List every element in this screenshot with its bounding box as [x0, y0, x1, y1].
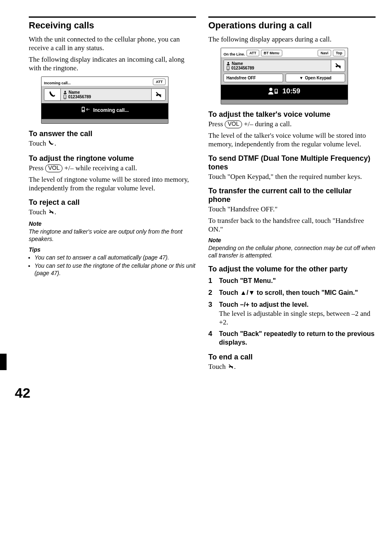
caller-number: 0123456789	[231, 66, 254, 70]
page-content: Receiving calls With the unit connected …	[0, 0, 392, 382]
call-card: Name 0123456789	[224, 60, 345, 72]
reject-call-icon	[331, 60, 345, 72]
ringtone-body-1: Press VOL +/– while receiving a call.	[29, 164, 196, 172]
person-to-unit-icon	[268, 87, 279, 95]
tips-heading: Tips	[29, 246, 196, 253]
vol-key: VOL	[45, 164, 62, 172]
banner-text: Incoming call...	[93, 107, 129, 113]
navi-button: Navi	[318, 50, 331, 56]
heading-ringtone-vol: To adjust the ringtone volume	[29, 154, 196, 163]
screen-mid: Name 0123456789	[41, 86, 168, 103]
mobile-icon	[63, 95, 67, 99]
step-item: 4Touch "Back" repeatedly to return to th…	[208, 330, 376, 347]
answer-call-icon	[44, 89, 61, 100]
call-card: Name 0123456789	[44, 88, 166, 101]
heading-receiving-calls: Receiving calls	[29, 20, 196, 31]
att-button: ATT	[153, 79, 166, 85]
heading-transfer: To transfer the current call to the cell…	[208, 187, 376, 204]
section-rule	[208, 16, 376, 18]
screen-top-bar: On the Line. ATT BT Menu Navi Top	[221, 48, 348, 57]
status-text: Incoming call...	[44, 81, 71, 85]
svg-rect-2	[65, 98, 66, 98]
edge-tab	[0, 354, 7, 370]
during-call-screen: On the Line. ATT BT Menu Navi Top Name 0…	[221, 48, 348, 104]
answer-body: Touch .	[29, 139, 196, 148]
status-text: On the Line.	[224, 52, 245, 56]
handset-icon	[48, 140, 55, 148]
step-item: 2Touch ▲/▼ to scroll, then touch "MIC Ga…	[208, 289, 376, 297]
person-icon	[63, 90, 67, 94]
open-keypad-button: ▼Open Keypad	[286, 74, 345, 82]
page-number: 42	[0, 382, 392, 409]
tips-list: You can set to answer a call automatical…	[29, 254, 196, 277]
mobile-icon	[226, 66, 230, 70]
heading-answer: To answer the call	[29, 130, 196, 138]
screen-top-bar: Incoming call... ATT	[41, 76, 168, 86]
intro-paragraph: The following display appears during a c…	[208, 35, 376, 44]
heading-end-call: To end a call	[208, 353, 376, 361]
top-button: Top	[333, 50, 345, 56]
svg-rect-14	[275, 90, 277, 92]
heading-operations: Operations during a call	[208, 20, 376, 31]
svg-point-0	[65, 91, 66, 93]
caller-name: Name	[69, 90, 80, 95]
reject-call-icon	[151, 89, 165, 100]
note-heading: Note	[29, 220, 196, 227]
intro-paragraph-2: The following display indicates an incom…	[29, 55, 196, 73]
screen-bottom-bar	[41, 119, 168, 124]
tip-item: You can set to use the ringtone of the c…	[35, 262, 196, 277]
step-item: 3Touch –/+ to adjust the level.The level…	[208, 301, 376, 327]
note-body: The ringtone and talker's voice are outp…	[29, 228, 196, 243]
reject-body: Touch .	[29, 208, 196, 217]
left-column: Receiving calls With the unit connected …	[29, 16, 196, 374]
screen-banner: Incoming call...	[41, 103, 168, 119]
step-item: 1Touch "BT Menu."	[208, 277, 376, 285]
heading-other-party-vol: To adjust the volume for the other party	[208, 265, 376, 273]
mobile-to-unit-icon	[81, 106, 90, 115]
ringtone-body-2: The level of ringtone volume will be sto…	[29, 175, 196, 193]
steps-list: 1Touch "BT Menu." 2Touch ▲/▼ to scroll, …	[208, 277, 376, 347]
hangup-icon	[48, 208, 55, 217]
hangup-icon	[228, 363, 234, 372]
talker-body-2: The level of the talker's voice volume w…	[208, 131, 376, 149]
svg-rect-10	[228, 70, 229, 70]
heading-reject: To reject a call	[29, 198, 196, 207]
end-call-body: Touch .	[208, 362, 376, 372]
call-action-row: Handsfree OFF ▼Open Keypad	[224, 74, 345, 82]
handsfree-off-button: Handsfree OFF	[224, 74, 283, 82]
heading-dtmf: To send DTMF (Dual Tone Multiple Frequen…	[208, 154, 376, 171]
tip-item: You can set to answer a call automatical…	[35, 254, 196, 261]
screen-mid: Name 0123456789 Handsfree OFF ▼Open Keyp…	[221, 57, 348, 85]
svg-point-8	[228, 62, 229, 64]
vol-key: VOL	[225, 120, 242, 128]
clock-text: 10:59	[282, 87, 300, 95]
svg-rect-6	[82, 111, 84, 111]
incoming-call-screen: Incoming call... ATT Name 0123456789	[41, 76, 168, 124]
right-column: Operations during a call The following d…	[208, 16, 376, 374]
transfer-body-2: To transfer back to the handsfree call, …	[208, 216, 376, 234]
person-icon	[226, 62, 230, 65]
triangle-down-icon: ▼	[299, 76, 303, 80]
screen-bottom-bar	[221, 100, 348, 104]
heading-talker-vol: To adjust the talker's voice volume	[208, 110, 376, 119]
svg-point-12	[270, 88, 273, 91]
screen-clock-bar: 10:59	[221, 85, 348, 100]
talker-body-1: Press VOL +/– during a call.	[208, 120, 376, 128]
transfer-body-1: Touch "Handsfree OFF."	[208, 205, 376, 213]
svg-rect-15	[276, 93, 277, 93]
note-body: Depending on the cellular phone, connect…	[208, 244, 376, 259]
svg-rect-5	[82, 108, 84, 110]
intro-paragraph-1: With the unit connected to the cellular …	[29, 35, 196, 53]
note-heading: Note	[208, 237, 376, 243]
att-button: ATT	[247, 50, 259, 56]
caller-info: Name 0123456789	[61, 89, 151, 100]
caller-number: 0123456789	[68, 95, 91, 99]
caller-name: Name	[232, 61, 243, 66]
bt-menu-button: BT Menu	[261, 50, 282, 56]
caller-info: Name 0123456789	[224, 60, 331, 72]
section-rule	[29, 16, 196, 18]
dtmf-body: Touch "Open Keypad," then the required n…	[208, 172, 376, 181]
